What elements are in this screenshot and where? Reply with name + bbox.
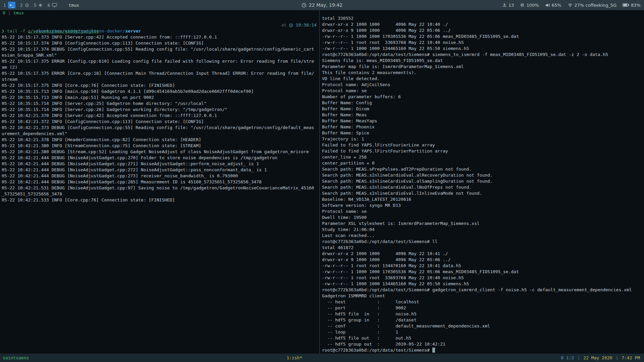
log-line: urement_dependencies.xml" bbox=[2, 131, 319, 137]
terminal-line: Failed to find YAPS.lFirstFourierLine ar… bbox=[322, 142, 644, 148]
wifi-value: 27% coffeeking_5G bbox=[575, 3, 617, 8]
terminal-line: Protocol name: AdjCoilSens bbox=[322, 82, 644, 88]
terminal-line: Last scan reached... bbox=[322, 233, 644, 239]
terminal-line: Trajectory is: 1 bbox=[322, 136, 644, 142]
downloads-count: 13 bbox=[508, 3, 514, 8]
terminal-line: drwxr-xr-x 2 1000 1000 4096 May 22 10:41… bbox=[322, 251, 644, 257]
terminal-line: Gadgetron ISMRMRD client bbox=[322, 293, 644, 299]
log-line: am (2) bbox=[2, 64, 319, 70]
terminal-line: This file contains 2 measurement(s). bbox=[322, 70, 644, 76]
terminal-line: -- host : localhost bbox=[322, 299, 644, 305]
prompt-path: ⌂~/workspace/study/gadgetron-docker/serv… bbox=[2, 22, 141, 28]
status-date: 22 May 2020 bbox=[583, 355, 612, 360]
log-output: 05-22 10:15:17.373 INFO [Server.cpp:42] … bbox=[2, 34, 319, 203]
terminal-line: -- hdf5 file in : noise.h5 bbox=[322, 311, 644, 317]
terminal-line: Buffer Name: Config bbox=[322, 100, 644, 106]
command-text: tail -f bbox=[7, 28, 28, 34]
log-line: esian_Grappa_SNR.xml" bbox=[2, 52, 319, 58]
log-line: 05-22 10:42:21.378 INFO [HeaderConnectio… bbox=[2, 137, 319, 143]
clock-icon bbox=[302, 3, 307, 8]
workspace-5[interactable]: 5 bbox=[34, 3, 43, 8]
terminal-line: Baseline: N4_VD13A_LATEST_20120616 bbox=[322, 196, 644, 202]
brightness-indicator[interactable]: 100% bbox=[520, 3, 539, 8]
shell-prompt: ⌂~/workspace/study/gadgetron-docker/serv… bbox=[2, 22, 319, 28]
wifi-indicator[interactable]: 27% coffeeking_5G bbox=[568, 3, 617, 8]
terminal-line: -- conf : default_measurement_dependenci… bbox=[322, 323, 644, 329]
window-title: tmux bbox=[68, 3, 79, 8]
log-line: 05-22 10:42:21.533 INFO [Core.cpp:76] Co… bbox=[2, 197, 319, 203]
separator: | bbox=[615, 355, 618, 360]
terminal-line: -- hdf5 group in : /dataset bbox=[322, 317, 644, 323]
terminal-line: Search path: MEAS.sInlineCardioEval.alSa… bbox=[322, 178, 644, 184]
terminal-line: Siemens file is: meas_MID03485_FID51095_… bbox=[322, 58, 644, 64]
terminal-line: Protocol name: se bbox=[322, 88, 644, 94]
terminal-line: drwxr-xr-x 2 1000 1000 4096 May 22 10:40… bbox=[322, 21, 644, 27]
terminal-line: center_line = 256 bbox=[322, 154, 644, 160]
terminal-line: -rw-r--r-- 1 root root 33693768 May 22 1… bbox=[322, 40, 644, 46]
cwd-current: server bbox=[125, 28, 141, 34]
terminal-line: -rw-r--r-- 1 1000 1000 170305536 May 22 … bbox=[322, 269, 644, 275]
volume-indicator[interactable]: 65% bbox=[545, 3, 561, 8]
workspace-1[interactable]: 1 >_ bbox=[3, 2, 15, 8]
log-line: 05-22 10:15:17.373 INFO [Server.cpp:42] … bbox=[2, 34, 319, 40]
tmux-pane-right[interactable]: total 330552drwxr-xr-x 2 1000 1000 4096 … bbox=[320, 10, 644, 354]
log-line: stream bbox=[2, 76, 319, 82]
prompt-timestamp: at 19:38:14 bbox=[281, 22, 317, 28]
terminal-line: Buffer Name: Meas bbox=[322, 112, 644, 118]
terminal-line: Search path: MEAS.sInlineCardioEval.lInl… bbox=[322, 190, 644, 196]
log-line: 05-22 10:42:21.444 DEBUG [NoiseAdjustGad… bbox=[2, 161, 319, 167]
terminal-line: Buffer Name: MeasYaps bbox=[322, 118, 644, 124]
status-time: 7:42 PM bbox=[622, 355, 640, 360]
terminal-line: Dwell time: 19500 bbox=[322, 215, 644, 221]
circle-icon bbox=[25, 3, 29, 7]
shell-output: total 330552drwxr-xr-x 2 1000 1000 4096 … bbox=[322, 15, 644, 347]
session-name: saintsaens bbox=[3, 355, 29, 360]
log-line: 05-22 10:42:21.444 DEBUG [NoiseAdjustGad… bbox=[2, 173, 319, 179]
terminal-line: -rw-r--r-- 1 1000 1000 134465160 May 22 … bbox=[322, 46, 644, 52]
workspace-5-number: 5 bbox=[34, 3, 37, 8]
log-line: 05-22 10:42:21.370 INFO [Server.cpp:42] … bbox=[2, 113, 319, 119]
wifi-icon bbox=[568, 3, 573, 7]
terminal-line: total 461872 bbox=[322, 245, 644, 251]
shell-prompt: root@c772b363a0bd:/opt/data/test/Siemens… bbox=[322, 348, 432, 353]
terminal-line: -- hdf5 group out : 2020-05-22 10:42:21 bbox=[322, 341, 644, 347]
window-tab[interactable]: 1:zsh* bbox=[286, 355, 302, 360]
log-line: 05-22 10:42:21.372 INFO [ConfigConnectio… bbox=[2, 119, 319, 125]
prompt-time: 19:38:14 bbox=[296, 22, 317, 28]
workspace-2[interactable]: 2 bbox=[20, 3, 29, 8]
terminal-line: Parameter map file is: IsmrmrdParameterM… bbox=[322, 64, 644, 70]
tmux-statusbar: saintsaens 1:zsh* 0 1:2 | 22 May 2020 | … bbox=[0, 354, 644, 362]
brightness-value: 100% bbox=[526, 3, 539, 8]
terminal-line: Protocol name: se bbox=[322, 208, 644, 215]
command-arg-path: ./volumes/tmp/gadgetron.log bbox=[28, 28, 99, 34]
terminal-line: -rw-r--r-- 1 root root 134470160 May 22 … bbox=[322, 263, 644, 269]
terminal-line: Buffer Name: Spice bbox=[322, 130, 644, 136]
log-line: 05-22 10:15:17.374 DEBUG [ConfigConnecti… bbox=[2, 46, 319, 52]
tmux-pane-left[interactable]: 0 | tmux ⌂~/workspace/study/gadgetron-do… bbox=[0, 10, 320, 354]
speaker-icon bbox=[545, 3, 550, 8]
battery-indicator[interactable]: 83% bbox=[623, 3, 641, 8]
terminal-line: Parameter XSL stylesheet is: IsmrmrdPara… bbox=[322, 221, 644, 227]
inner-tmux-statusbar: 0 | tmux bbox=[2, 10, 319, 16]
shell-prompt-line: root@c772b363a0bd:/opt/data/test/Siemens… bbox=[322, 347, 644, 353]
log-line: 05-22 10:42:21.380 INFO [StreamConnectio… bbox=[2, 143, 319, 149]
terminal-cursor bbox=[432, 348, 435, 353]
terminal-line: center_partition = 0 bbox=[322, 160, 644, 166]
separator: | bbox=[577, 355, 580, 360]
workspace-6[interactable]: 6 bbox=[47, 3, 57, 8]
log-line: 05-22 10:15:17.375 INFO [Core.cpp:76] Co… bbox=[2, 82, 319, 88]
inner-window-index: 0 bbox=[3, 10, 5, 16]
log-line: 05-22 10:35:15.714 INFO [Server.cpp:26] … bbox=[2, 107, 319, 113]
downloads-indicator[interactable]: 13 bbox=[502, 3, 514, 8]
terminal-icon: >_ bbox=[8, 2, 15, 8]
log-line: 05-22 10:15:17.375 ERROR [Config.cpp:610… bbox=[2, 58, 319, 64]
terminal-line: Buffer Name: Phoenix bbox=[322, 124, 644, 130]
terminal-line: -- port : 9002 bbox=[322, 305, 644, 311]
log-line: 05-22 10:42:21.373 DEBUG [ConfigConnecti… bbox=[2, 125, 319, 131]
system-tray: 13 100% 65% 27% coffeeking_5G bbox=[502, 3, 641, 8]
asterisk-icon bbox=[38, 3, 43, 7]
log-line: 05-22 10:35:15.713 INFO [main.cpp:51] Ru… bbox=[2, 95, 319, 101]
terminal-line: -- loop : 1 bbox=[322, 329, 644, 335]
log-line: 05-22 10:42:21.531 DEBUG [NoiseAdjustGad… bbox=[2, 185, 319, 191]
terminal-line: -rw-r--r-- 1 1000 1000 170305536 May 22 … bbox=[322, 34, 644, 40]
